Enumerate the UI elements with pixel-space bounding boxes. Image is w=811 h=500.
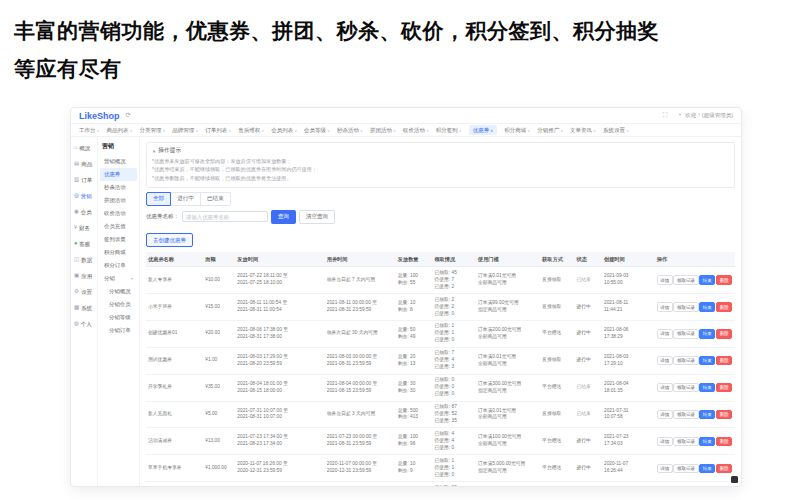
nav-tab[interactable]: 秒杀活动∨ bbox=[337, 127, 363, 134]
nav-tab[interactable]: 分销推广∨ bbox=[537, 127, 563, 134]
sidebar-item-商品[interactable]: ▤ 商品 bbox=[71, 156, 97, 172]
row-action-plain-button[interactable]: 详情 bbox=[657, 410, 673, 419]
nav-tab[interactable]: 会员列表∨ bbox=[271, 127, 297, 134]
submenu-item-拼团活动[interactable]: 拼团活动 bbox=[100, 194, 137, 207]
row-action-plain-button[interactable]: 详情 bbox=[657, 464, 673, 473]
nav-tab[interactable]: 会员等级∨ bbox=[304, 127, 330, 134]
row-action-plain-button[interactable]: 详情 bbox=[657, 275, 673, 284]
collapse-icon[interactable]: ∗ bbox=[152, 148, 156, 154]
sidebar-item-财务[interactable]: ¥ 财务 bbox=[71, 220, 97, 236]
nav-tab[interactable]: 商品列表∨ bbox=[106, 127, 132, 134]
table-row[interactable]: 小米手环券¥15.002021-08-11 11:00:54 至2021-08-… bbox=[146, 294, 735, 321]
nav-tab[interactable]: 系统设置∨ bbox=[603, 127, 629, 134]
nav-tab[interactable]: 积分签到∨ bbox=[436, 127, 462, 134]
row-action-danger-button[interactable]: 删除 bbox=[716, 356, 732, 365]
row-action-plain-button[interactable]: 领取记录 bbox=[673, 275, 698, 284]
row-action-danger-button[interactable]: 删除 bbox=[716, 329, 732, 338]
sidebar-item-概况[interactable]: ⌂ 概况 bbox=[71, 140, 97, 156]
submenu-item-营销概况[interactable]: 营销概况 bbox=[100, 155, 137, 168]
sidebar-item-数据[interactable]: ◫ 数据 bbox=[71, 252, 97, 268]
row-action-plain-button[interactable]: 领取记录 bbox=[673, 356, 698, 365]
row-action-plain-button[interactable]: 领取记录 bbox=[673, 383, 698, 392]
nav-tab[interactable]: 砍价活动∨ bbox=[403, 127, 429, 134]
row-action-primary-button[interactable]: 结束 bbox=[699, 437, 715, 446]
scroll-top-button[interactable] bbox=[731, 476, 738, 483]
row-action-plain-button[interactable]: 详情 bbox=[657, 356, 673, 365]
table-row[interactable]: 苹果手机专享券¥1,000.002020-11-07 16:26:00 至202… bbox=[146, 455, 735, 482]
row-action-plain-button[interactable]: 详情 bbox=[657, 383, 673, 392]
table-row[interactable]: 测试优惠券¥1.002021-08-03 17:29:00 至2021-08-2… bbox=[146, 347, 735, 374]
nav-tab[interactable]: 优惠券∨ bbox=[469, 125, 497, 135]
nav-tab[interactable]: 拼团活动∨ bbox=[370, 127, 396, 134]
row-action-primary-button[interactable]: 结束 bbox=[699, 356, 715, 365]
table-row[interactable]: 新人专享券¥2.002020-10-31 17:27:00 至2020-11-3… bbox=[146, 482, 735, 486]
submenu-item-积分商城[interactable]: 积分商城 bbox=[100, 246, 137, 259]
submenu-item-分销[interactable]: 分销▾ bbox=[100, 272, 137, 285]
submenu-item-分销等级[interactable]: 分销等级 bbox=[100, 311, 137, 324]
table-row[interactable]: 创建优惠券01¥20.002021-08-06 17:38:00 至2021-0… bbox=[146, 320, 735, 347]
row-action-danger-button[interactable]: 删除 bbox=[716, 302, 732, 311]
row-action-primary-button[interactable]: 结束 bbox=[699, 302, 715, 311]
row-action-danger-button[interactable]: 删除 bbox=[716, 383, 732, 392]
row-action-danger-button[interactable]: 删除 bbox=[716, 275, 732, 284]
reset-button[interactable]: 清空查询 bbox=[299, 210, 335, 224]
submenu-item-分销会员[interactable]: 分销会员 bbox=[100, 298, 137, 311]
nav-tab[interactable]: 售后维权∨ bbox=[238, 127, 264, 134]
submenu-item-分销订单[interactable]: 分销订单 bbox=[100, 324, 137, 337]
bell-icon[interactable]: ◔ bbox=[677, 112, 681, 119]
submenu-item-砍价活动[interactable]: 砍价活动 bbox=[100, 207, 137, 220]
row-action-plain-button[interactable]: 领取记录 bbox=[673, 437, 698, 446]
row-action-plain-button[interactable]: 领取记录 bbox=[673, 410, 698, 419]
row-action-plain-button[interactable]: 领取记录 bbox=[673, 464, 698, 473]
row-action-plain-button[interactable]: 详情 bbox=[657, 302, 673, 311]
submenu-item-秒杀活动[interactable]: 秒杀活动 bbox=[100, 181, 137, 194]
row-action-primary-button[interactable]: 结束 bbox=[699, 329, 715, 338]
row-action-primary-button[interactable]: 结束 bbox=[699, 275, 715, 284]
nav-tab[interactable]: 积分商城∨ bbox=[504, 127, 530, 134]
submenu-item-优惠券[interactable]: 优惠券 bbox=[100, 168, 137, 181]
table-row[interactable]: 新人见面礼¥5.002021-07-31 10:07:00 至2021-08-3… bbox=[146, 401, 735, 428]
query-button[interactable]: 查询 bbox=[271, 210, 296, 224]
sidebar-item-订单[interactable]: ▥ 订单 bbox=[71, 172, 97, 188]
sidebar-item-客服[interactable]: ● 客服 bbox=[71, 236, 97, 252]
table-row[interactable]: 活动满减券¥13.002021-07-23 17:34:00 至2021-08-… bbox=[146, 428, 735, 455]
nav-tab[interactable]: 订单列表∨ bbox=[205, 127, 231, 134]
create-coupon-button[interactable]: 去创建优惠券 bbox=[146, 233, 193, 247]
sidebar-item-营销[interactable]: ◎ 营销 bbox=[71, 188, 97, 204]
sidebar-item-会员[interactable]: ◉ 会员 bbox=[71, 204, 97, 220]
filter-tab-全部[interactable]: 全部 bbox=[146, 192, 171, 206]
refresh-icon[interactable]: ⟳ bbox=[126, 112, 131, 119]
cell-status: 已结束 bbox=[574, 267, 602, 294]
row-action-danger-button[interactable]: 删除 bbox=[716, 464, 732, 473]
nav-tab[interactable]: 工作台∨ bbox=[79, 127, 99, 134]
table-row[interactable]: 开学季礼券¥35.002021-08-04 18:01:00 至2021-08-… bbox=[146, 374, 735, 401]
row-action-primary-button[interactable]: 结束 bbox=[699, 383, 715, 392]
sidebar-item-设置[interactable]: ⚙ 设置 bbox=[71, 284, 97, 300]
row-action-danger-button[interactable]: 删除 bbox=[716, 410, 732, 419]
row-action-plain-button[interactable]: 详情 bbox=[657, 329, 673, 338]
nav-tab[interactable]: 文章资讯∨ bbox=[570, 127, 596, 134]
sidebar-item-个人[interactable]: ◍ 个人 bbox=[71, 316, 97, 332]
row-action-primary-button[interactable]: 结束 bbox=[699, 464, 715, 473]
fullscreen-icon[interactable]: ⛶ bbox=[663, 112, 668, 119]
filter-tab-进行中[interactable]: 进行中 bbox=[170, 192, 201, 206]
submenu-item-签到设置[interactable]: 签到设置 bbox=[100, 233, 137, 246]
brand-logo[interactable]: LikeShop bbox=[79, 111, 120, 121]
submenu-item-会员充值[interactable]: 会员充值 bbox=[100, 220, 137, 233]
row-action-plain-button[interactable]: 领取记录 bbox=[673, 302, 698, 311]
nav-tab[interactable]: 品牌管理∨ bbox=[172, 127, 198, 134]
nav-tab[interactable]: 分类管理∨ bbox=[139, 127, 165, 134]
sidebar-item-系统[interactable]: ▩ 系统 bbox=[71, 300, 97, 316]
table-row[interactable]: 新人专享券¥10.002021-07-22 18:11:00 至2021-07-… bbox=[146, 267, 735, 294]
submenu-item-分销概况[interactable]: 分销概况 bbox=[100, 285, 137, 298]
row-action-primary-button[interactable]: 结束 bbox=[699, 410, 715, 419]
row-action-plain-button[interactable]: 详情 bbox=[657, 437, 673, 446]
row-action-plain-button[interactable]: 领取记录 bbox=[673, 329, 698, 338]
row-action-danger-button[interactable]: 删除 bbox=[716, 437, 732, 446]
cell-use: 2021-07-23 00:00:00 至2021-08-31 23:59:59 bbox=[325, 428, 396, 455]
coupon-name-input[interactable] bbox=[182, 211, 268, 222]
sidebar-item-应用[interactable]: ▣ 应用 bbox=[71, 268, 97, 284]
submenu-item-积分订单[interactable]: 积分订单 bbox=[100, 259, 137, 272]
filter-tab-已结束[interactable]: 已结束 bbox=[200, 192, 231, 206]
cell-line: 已领取: 89 bbox=[434, 485, 474, 486]
